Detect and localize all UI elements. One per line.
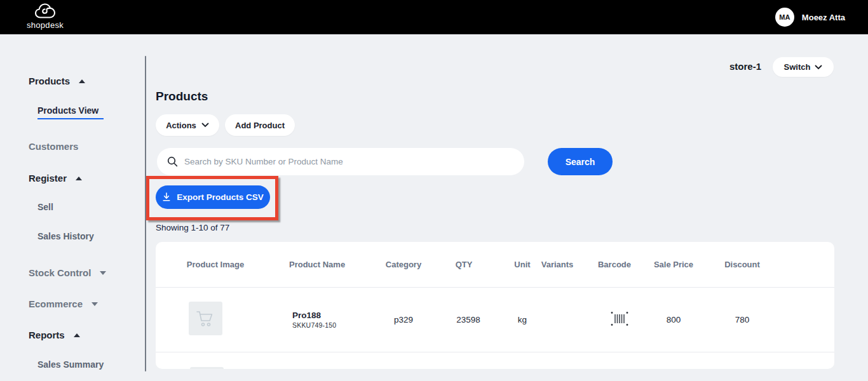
col-qty: QTY [432,260,496,269]
product-name: Pro188 [292,311,375,320]
brand-logo[interactable]: shopdesk [23,3,67,30]
col-barcode: Barcode [583,260,646,269]
table-divider [156,352,834,352]
search-input[interactable] [184,157,514,166]
sidebar-item-label: Ecommerce [29,298,83,309]
sidebar-item-sales-history[interactable]: Sales History [37,231,94,241]
sidebar-item-label: Products [29,76,70,86]
switch-label: Switch [784,62,811,72]
unit-cell: kg [500,315,545,324]
col-variants: Variants [529,260,586,269]
switch-store-button[interactable]: Switch [773,57,834,77]
page-title: Products [156,90,208,104]
sidebar-item-products-view[interactable]: Products View [37,105,98,116]
sidebar-item-ecommerce[interactable]: Ecommerce [29,298,98,309]
barcode-icon [610,311,629,327]
col-category: Category [372,260,435,269]
discount-cell: 780 [710,315,774,324]
sidebar-item-label: Products View [37,105,98,116]
qty-cell: 23598 [437,315,500,324]
product-image-placeholder [190,367,224,369]
caret-up-icon [76,177,82,180]
col-discount: Discount [710,260,774,269]
chevron-down-icon [201,123,209,128]
sale-price-cell: 800 [642,315,705,324]
product-sku: SKKU749-150 [292,321,375,329]
sidebar-item-register[interactable]: Register [29,173,82,184]
search-bar [157,148,524,175]
product-name-cell: Pro188 SKKU749-150 [292,311,375,329]
col-sale-price: Sale Price [642,260,705,269]
cloud-logo-icon [34,10,56,21]
sidebar-item-label: Stock Control [29,267,91,278]
sidebar-item-customers[interactable]: Customers [29,141,78,152]
sidebar-item-reports[interactable]: Reports [29,330,80,340]
table-header-row: Product Image Product Name Category QTY … [156,242,834,287]
user-name: Moeez Atta [802,13,845,22]
download-icon [162,192,171,202]
product-image-placeholder [189,302,222,335]
export-label: Export Products CSV [177,192,264,202]
sidebar-item-label: Register [29,173,67,184]
sidebar-item-sell[interactable]: Sell [37,202,53,212]
topbar: shopdesk MA Moeez Atta [0,0,868,34]
chevron-down-icon [815,65,822,70]
avatar[interactable]: MA [775,8,794,27]
export-products-csv-button[interactable]: Export Products CSV [156,185,270,209]
category-cell: p329 [372,315,435,324]
sidebar-item-label: Sales Summary [37,359,104,370]
caret-up-icon [79,79,85,83]
sidebar-item-stock-control[interactable]: Stock Control [29,267,106,278]
sidebar-item-sales-summary[interactable]: Sales Summary [37,359,104,370]
search-button[interactable]: Search [548,148,613,175]
cart-icon [196,310,216,328]
app-root: shopdesk MA Moeez Atta Products Products… [0,0,868,381]
results-count: Showing 1-10 of 77 [156,223,229,232]
col-product-name: Product Name [289,260,365,269]
caret-down-icon [100,271,106,275]
products-table: Product Image Product Name Category QTY … [156,242,834,369]
caret-down-icon [92,302,98,306]
active-item-underline [37,118,104,119]
add-product-label: Add Product [235,121,285,130]
brand-name: shopdesk [23,20,67,30]
sidebar-item-label: Customers [29,141,78,152]
col-product-image: Product Image [180,260,250,269]
search-icon [167,156,178,167]
actions-label: Actions [166,121,196,130]
sidebar-item-label: Sales History [37,231,94,241]
user-menu[interactable]: MA Moeez Atta [775,0,845,34]
add-product-button[interactable]: Add Product [225,114,295,136]
sidebar-item-products[interactable]: Products [29,76,85,86]
table-divider [156,287,834,288]
caret-up-icon [74,333,80,337]
sidebar-item-label: Sell [37,202,53,212]
sidebar-item-label: Reports [29,330,65,340]
store-name: store-1 [729,61,761,72]
actions-button[interactable]: Actions [156,114,219,136]
